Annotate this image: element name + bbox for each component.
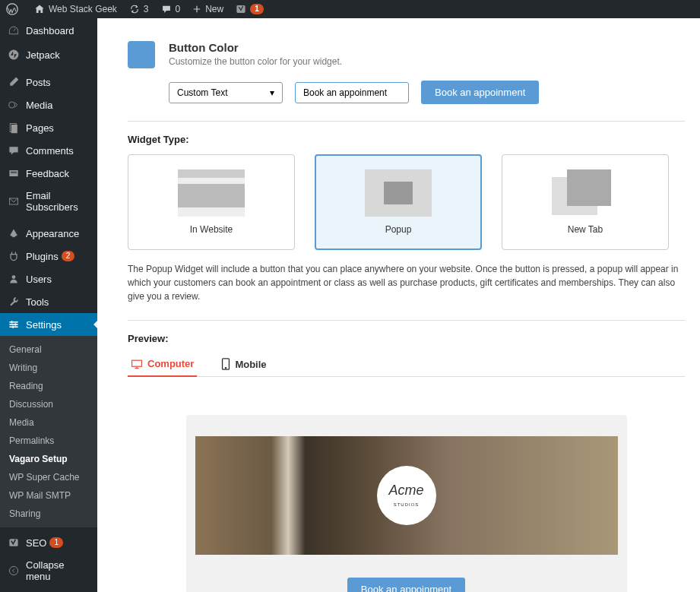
section-subtitle: Customize the button color for your widg… bbox=[169, 56, 342, 67]
sidebar-dashboard[interactable]: Dashboard bbox=[0, 18, 97, 43]
widget-description: The Popup Widget will include a button t… bbox=[128, 262, 685, 303]
widget-type-newtab[interactable]: New Tab bbox=[502, 154, 669, 250]
site-name[interactable]: Web Stack Geek bbox=[34, 4, 117, 14]
widget-type-label: Widget Type: bbox=[128, 134, 685, 145]
sub-mail-smtp[interactable]: WP Mail SMTP bbox=[0, 486, 97, 505]
sub-writing[interactable]: Writing bbox=[0, 359, 97, 377]
sub-sharing[interactable]: Sharing bbox=[0, 505, 97, 523]
plugins-count: 2 bbox=[62, 251, 75, 261]
sidebar-email-subs[interactable]: Email Subscribers bbox=[0, 185, 97, 218]
phone-icon bbox=[221, 358, 230, 370]
sidebar-seo[interactable]: SEO1 bbox=[0, 531, 97, 554]
svg-rect-12 bbox=[9, 324, 17, 325]
sub-permalinks[interactable]: Permalinks bbox=[0, 432, 97, 450]
section-title: Button Color bbox=[169, 41, 342, 54]
new-label: New bbox=[205, 4, 223, 14]
svg-rect-19 bbox=[132, 360, 142, 366]
color-swatch[interactable] bbox=[128, 41, 155, 68]
sidebar-appearance[interactable]: Appearance bbox=[0, 222, 97, 245]
widget-type-inwebsite[interactable]: In Website bbox=[128, 154, 295, 250]
sidebar-jetpack[interactable]: Jetpack bbox=[0, 43, 97, 67]
new-content[interactable]: New bbox=[192, 4, 223, 14]
sub-discussion[interactable]: Discussion bbox=[0, 395, 97, 413]
settings-submenu: General Writing Reading Discussion Media… bbox=[0, 336, 97, 527]
admin-bar: Web Stack Geek 3 0 New 1 bbox=[0, 0, 700, 18]
custom-text-select[interactable]: Custom Text ▾ bbox=[169, 82, 283, 103]
comments[interactable]: 0 bbox=[161, 4, 181, 14]
svg-rect-14 bbox=[11, 321, 13, 323]
svg-rect-5 bbox=[11, 125, 17, 133]
select-value: Custom Text bbox=[177, 87, 227, 98]
preview-frame: AcmeSTUDIOS Book an appoinment bbox=[186, 415, 627, 592]
tab-mobile[interactable]: Mobile bbox=[218, 353, 269, 376]
svg-rect-8 bbox=[11, 173, 17, 173]
sidebar-plugins[interactable]: Plugins2 bbox=[0, 245, 97, 268]
book-button[interactable]: Book an appoinment bbox=[421, 81, 539, 104]
admin-sidebar: Dashboard Jetpack Posts Media Pages Comm… bbox=[0, 18, 97, 592]
updates[interactable]: 3 bbox=[129, 4, 149, 14]
updates-count: 3 bbox=[144, 4, 149, 14]
preview-label: Preview: bbox=[128, 333, 685, 344]
site-name-text: Web Stack Geek bbox=[49, 4, 117, 14]
sidebar-feedback[interactable]: Feedback bbox=[0, 162, 97, 185]
hero-image: AcmeSTUDIOS bbox=[195, 436, 618, 555]
sidebar-posts[interactable]: Posts bbox=[0, 71, 97, 93]
main-content: Button Color Customize the button color … bbox=[97, 18, 700, 592]
hero-logo: AcmeSTUDIOS bbox=[377, 466, 436, 525]
seo-count: 1 bbox=[49, 537, 63, 548]
sidebar-tools[interactable]: Tools bbox=[0, 290, 97, 313]
sidebar-settings[interactable]: Settings bbox=[0, 313, 97, 336]
svg-point-18 bbox=[9, 566, 17, 575]
yoast-count: 1 bbox=[250, 4, 264, 14]
sub-general[interactable]: General bbox=[0, 340, 97, 359]
sub-media[interactable]: Media bbox=[0, 413, 97, 432]
sidebar-media[interactable]: Media bbox=[0, 93, 97, 116]
comments-count: 0 bbox=[176, 4, 181, 14]
svg-point-10 bbox=[12, 275, 16, 279]
thumb-newtab bbox=[552, 169, 619, 217]
tab-computer[interactable]: Computer bbox=[128, 353, 197, 377]
sub-vagaro[interactable]: Vagaro Setup bbox=[0, 450, 97, 468]
svg-rect-16 bbox=[12, 326, 14, 328]
svg-point-3 bbox=[9, 102, 15, 108]
chevron-down-icon: ▾ bbox=[270, 87, 274, 98]
thumb-popup bbox=[365, 169, 432, 217]
preview-book-button[interactable]: Book an appoinment bbox=[347, 578, 465, 592]
sidebar-pages[interactable]: Pages bbox=[0, 116, 97, 139]
widget-type-popup[interactable]: Popup bbox=[315, 154, 482, 250]
yoast[interactable]: 1 bbox=[236, 4, 264, 14]
svg-rect-15 bbox=[15, 323, 17, 325]
button-text-input[interactable] bbox=[295, 82, 409, 103]
svg-rect-11 bbox=[9, 321, 17, 323]
sub-reading[interactable]: Reading bbox=[0, 377, 97, 395]
sidebar-comments[interactable]: Comments bbox=[0, 139, 97, 162]
monitor-icon bbox=[131, 359, 143, 369]
thumb-inwebsite bbox=[178, 169, 245, 217]
collapse-menu[interactable]: Collapse menu bbox=[0, 554, 97, 587]
wp-logo[interactable] bbox=[6, 3, 22, 15]
sub-super-cache[interactable]: WP Super Cache bbox=[0, 468, 97, 486]
svg-rect-7 bbox=[11, 172, 17, 173]
sidebar-users[interactable]: Users bbox=[0, 268, 97, 290]
svg-point-2 bbox=[9, 50, 19, 60]
svg-point-21 bbox=[226, 368, 226, 369]
